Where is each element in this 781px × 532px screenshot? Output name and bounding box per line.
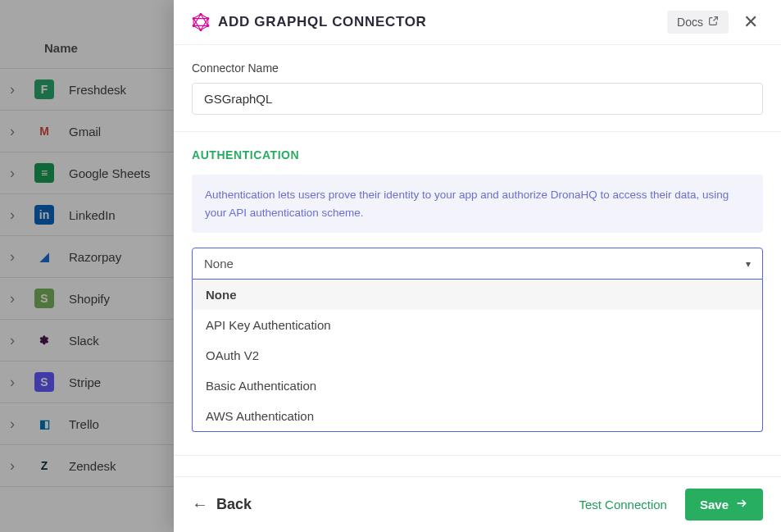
auth-type-option[interactable]: None bbox=[193, 280, 762, 310]
auth-type-select[interactable]: None ▾ NoneAPI Key AuthenticationOAuth V… bbox=[192, 248, 763, 432]
svg-point-3 bbox=[207, 25, 209, 27]
panel-body: Connector Name AUTHENTICATION Authentica… bbox=[174, 45, 781, 476]
auth-type-dropdown: NoneAPI Key AuthenticationOAuth V2Basic … bbox=[192, 280, 763, 432]
arrow-right-icon bbox=[735, 497, 748, 512]
authentication-section: AUTHENTICATION Authentication lets users… bbox=[174, 132, 781, 456]
auth-type-option[interactable]: AWS Authentication bbox=[193, 401, 762, 431]
svg-point-6 bbox=[193, 17, 195, 20]
close-icon: ✕ bbox=[743, 11, 758, 32]
panel-title: ADD GRAPHQL CONNECTOR bbox=[192, 13, 657, 31]
docs-button[interactable]: Docs bbox=[667, 11, 729, 34]
external-link-icon bbox=[708, 16, 719, 29]
save-button[interactable]: Save bbox=[685, 489, 763, 521]
panel-title-text: ADD GRAPHQL CONNECTOR bbox=[218, 14, 427, 30]
add-graphql-connector-panel: ADD GRAPHQL CONNECTOR Docs ✕ Connector N… bbox=[174, 0, 781, 532]
back-button[interactable]: ← Back bbox=[192, 495, 252, 514]
arrow-left-icon: ← bbox=[192, 495, 208, 514]
authentication-heading: AUTHENTICATION bbox=[192, 148, 763, 161]
auth-type-option[interactable]: Basic Authentication bbox=[193, 371, 762, 401]
svg-point-2 bbox=[207, 17, 209, 20]
auth-type-selected-value: None bbox=[204, 257, 234, 271]
connector-name-input[interactable] bbox=[192, 83, 763, 115]
docs-button-label: Docs bbox=[677, 16, 703, 29]
panel-footer: ← Back Test Connection Save bbox=[174, 476, 781, 532]
auth-type-option[interactable]: OAuth V2 bbox=[193, 340, 762, 371]
authentication-info-banner: Authentication lets users prove their id… bbox=[192, 175, 763, 233]
save-button-label: Save bbox=[700, 498, 729, 512]
panel-header: ADD GRAPHQL CONNECTOR Docs ✕ bbox=[174, 0, 781, 45]
chevron-down-icon: ▾ bbox=[746, 258, 751, 270]
close-button[interactable]: ✕ bbox=[738, 8, 763, 36]
connector-name-label: Connector Name bbox=[192, 61, 763, 75]
test-connection-button[interactable]: Test Connection bbox=[569, 491, 677, 518]
svg-point-5 bbox=[193, 25, 195, 27]
test-connection-label: Test Connection bbox=[579, 498, 667, 512]
back-button-label: Back bbox=[216, 496, 252, 513]
auth-type-option[interactable]: API Key Authentication bbox=[193, 310, 762, 340]
connector-name-section: Connector Name bbox=[174, 45, 781, 132]
auth-type-select-display[interactable]: None ▾ bbox=[192, 248, 763, 280]
graphql-icon bbox=[192, 13, 210, 31]
